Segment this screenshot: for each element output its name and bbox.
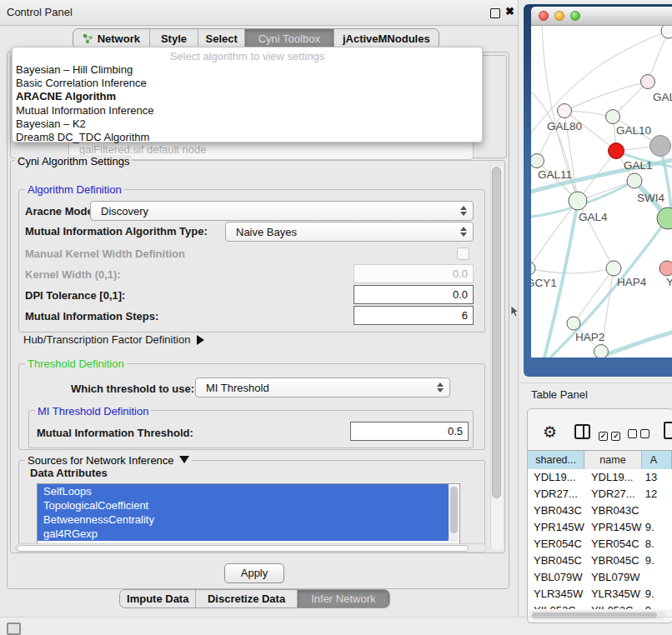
table-cell: YIL052C (585, 602, 643, 609)
table-row[interactable]: YBR045CYBR045C9. (528, 552, 672, 569)
apply-button[interactable]: Apply (224, 563, 284, 583)
data-attributes-list[interactable]: SelfLoopsTopologicalCoefficientBetweenne… (37, 483, 460, 544)
tab-label: Network (98, 32, 140, 45)
network-node-gal[interactable] (641, 75, 655, 89)
network-node-gal11[interactable] (531, 154, 544, 168)
column-header-name[interactable]: name (584, 451, 641, 469)
unchecked-pair-icon[interactable] (628, 427, 649, 442)
attribute-item[interactable]: BetweennessCentrality (38, 512, 449, 527)
mi-type-select[interactable]: Naive Bayes (225, 222, 474, 242)
split-columns-icon[interactable] (574, 424, 590, 439)
manual-kernel-checkbox[interactable] (457, 248, 469, 260)
network-node-gcy1[interactable] (531, 262, 535, 275)
mi-steps-field[interactable]: 6 (354, 306, 474, 325)
network-node[interactable] (594, 345, 609, 358)
dock-panel-icon[interactable] (7, 622, 21, 635)
table-cell: YPR145W (528, 519, 585, 536)
table-cell: YDL19... (585, 469, 643, 486)
dropdown-item[interactable]: Dream8 DC_TDC Algorithm (13, 131, 482, 144)
dropdown-prompt: Select algorithm to view settings (13, 48, 482, 63)
tab-style[interactable]: Style (150, 29, 199, 48)
dpi-tolerance-field[interactable]: 0.0 (354, 285, 474, 304)
table-cell: 9. (643, 552, 672, 569)
attribute-item[interactable]: TopologicalCoefficient (38, 498, 449, 512)
network-node[interactable] (650, 136, 671, 157)
column-header-third[interactable]: A (642, 451, 672, 469)
column-header-shared[interactable]: shared... (528, 451, 584, 469)
table-cell (643, 502, 672, 519)
network-window-titlebar[interactable] (531, 7, 672, 26)
table-row[interactable]: YIL052CYIL052C9 (528, 602, 672, 609)
tab-infer-network[interactable]: Infer Network (298, 590, 389, 608)
table-row[interactable]: YDR27...YDR27...12 (528, 486, 672, 502)
network-node[interactable] (661, 26, 672, 38)
network-edge (648, 31, 669, 82)
tab-jactivemnodules[interactable]: jActiveMNodules (334, 29, 439, 48)
network-node-swi4[interactable] (627, 173, 642, 188)
kernel-width-field[interactable]: 0.0 (354, 264, 474, 283)
table-cell: YIL052C (528, 602, 585, 609)
table-cell: 9. (643, 519, 672, 536)
gear-icon[interactable]: ⚙ (543, 422, 557, 441)
settings-horizontal-scrollbar-thumb[interactable] (17, 545, 469, 552)
tab-cyni-toolbox[interactable]: Cyni Toolbox (245, 29, 334, 48)
float-window-icon[interactable] (490, 8, 500, 18)
node-label: HAP2 (575, 331, 604, 343)
node-label: GCY1 (531, 277, 557, 289)
network-node-gal80[interactable] (558, 104, 572, 118)
table-row[interactable]: YBR043CYBR043C (528, 502, 672, 519)
tab-label: jActiveMNodules (343, 32, 430, 45)
settings-vertical-scrollbar-thumb[interactable] (492, 167, 501, 498)
control-panel-header: Control Panel ✖ (0, 0, 518, 26)
node-label: GAL4 (579, 211, 608, 223)
table-row[interactable]: YDL19...YDL19...13 (528, 469, 672, 486)
dropdown-item[interactable]: Bayesian – K2 (13, 118, 482, 131)
dropdown-item[interactable]: Bayesian – Hill Climbing (13, 63, 482, 77)
table-row[interactable]: YPR145WYPR145W9. (528, 519, 672, 536)
mac-minimize-button[interactable] (554, 11, 564, 21)
network-node-gal4[interactable] (569, 192, 587, 210)
mi-steps-label: Mutual Information Steps: (25, 310, 158, 322)
table-row[interactable]: YBL079WYBL079W (528, 569, 672, 586)
network-node-hap2[interactable] (567, 317, 580, 330)
aracne-mode-select[interactable]: Discovery (90, 201, 474, 221)
table-row[interactable]: YER054CYER054C8. (528, 536, 672, 552)
mi-threshold-field[interactable]: 0.5 (350, 422, 469, 441)
tab-discretize-data[interactable]: Discretize Data (196, 590, 297, 608)
table-cell: 8. (643, 536, 672, 552)
dropdown-item[interactable]: Mutual Information Inference (13, 104, 482, 118)
dropdown-item[interactable]: ARACNE Algorithm (13, 90, 482, 103)
table-cell: YBL079W (528, 569, 585, 586)
sources-group-title[interactable]: Sources for Network Inference (25, 454, 192, 467)
network-node-hap4[interactable] (606, 261, 621, 276)
attributes-scrollbar-thumb[interactable] (450, 487, 458, 533)
mac-zoom-button[interactable] (570, 11, 580, 21)
table-cell: 9 (643, 602, 672, 609)
close-icon[interactable]: ✖ (505, 5, 514, 18)
threshold-definition-title: Threshold Definition (25, 358, 127, 370)
hub-definition-expander[interactable]: Hub/Transcription Factor Definition (23, 333, 204, 346)
aracne-mode-label: Aracne Mode: (25, 205, 97, 218)
table-cell: 13 (643, 469, 672, 486)
mac-close-button[interactable] (539, 11, 549, 21)
page-icon[interactable] (664, 422, 672, 439)
node-label: GAL (653, 91, 672, 103)
attribute-item[interactable]: SelfLoops (38, 484, 449, 498)
network-node-gal1[interactable] (609, 143, 624, 159)
dropdown-item[interactable]: Basic Correlation Inference (13, 77, 482, 90)
tab-select[interactable]: Select (198, 29, 245, 48)
network-node-gal10[interactable] (606, 110, 620, 124)
table-cell: YDR27... (585, 486, 643, 502)
network-canvas[interactable]: GALGAL80GAL10GAL1GAL11SWI4GAL4GCY1HAP4YH… (531, 26, 672, 358)
node-label: GAL11 (538, 168, 572, 181)
tab-impute-data[interactable]: Impute Data (120, 590, 196, 608)
mi-type-value: Naive Bayes (226, 226, 456, 238)
tab-network[interactable]: Network (73, 29, 150, 48)
table-row[interactable]: YLR345WYLR345W9. (528, 586, 672, 602)
attribute-item[interactable]: gal4RGexp (38, 527, 449, 541)
checked-pair-icon[interactable]: ✓ ✓ (599, 427, 620, 442)
which-threshold-select[interactable]: MI Threshold (195, 378, 450, 398)
table-cell (643, 569, 672, 586)
table-body: YDL19...YDL19...13YDR27...YDR27...12YBR0… (528, 469, 672, 609)
network-node-y[interactable] (659, 261, 672, 276)
